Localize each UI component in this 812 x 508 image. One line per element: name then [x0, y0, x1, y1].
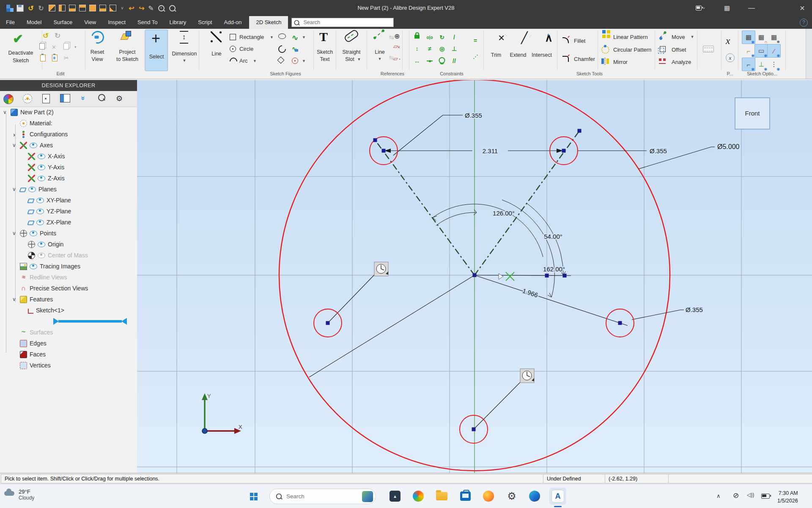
- layout-view-icon[interactable]: [60, 94, 70, 102]
- arc-icon[interactable]: [230, 58, 237, 65]
- explorer-settings-icon[interactable]: ⚙: [116, 94, 123, 103]
- visibility-eye-icon[interactable]: [38, 253, 45, 258]
- visibility-eye-icon[interactable]: [38, 154, 45, 159]
- store-app-icon[interactable]: [457, 488, 474, 505]
- copy-caret-icon[interactable]: ▾: [74, 45, 77, 49]
- construction-lines[interactable]: [375, 131, 579, 275]
- perpendicular-lines-constraint-icon[interactable]: ≠: [428, 45, 431, 52]
- menu-item-send-to[interactable]: Send To: [132, 16, 163, 29]
- vertical-constraint-icon[interactable]: ↕: [416, 45, 419, 52]
- visibility-eye-icon[interactable]: [38, 165, 45, 170]
- tree-item-origin[interactable]: Origin: [0, 239, 137, 250]
- tree-item-features[interactable]: ∨Features: [0, 294, 137, 305]
- tray-expand-icon[interactable]: ∧: [716, 493, 721, 499]
- sketch-insert-marker[interactable]: [0, 316, 137, 327]
- battery-icon[interactable]: [761, 494, 770, 499]
- tree-item-tracing-images[interactable]: Tracing Images: [0, 261, 137, 272]
- rectangle-label[interactable]: Rectangle: [239, 34, 264, 40]
- paste-icon[interactable]: [40, 55, 46, 61]
- parallel-constraint-icon[interactable]: //: [453, 58, 456, 64]
- view-orientation-badge[interactable]: Front: [735, 98, 770, 129]
- menu-item-library[interactable]: Library: [164, 16, 192, 29]
- menu-item-add-on[interactable]: Add-on: [218, 16, 248, 29]
- ellipse-icon[interactable]: [278, 33, 286, 39]
- help-icon[interactable]: ?: [800, 19, 808, 27]
- settings-app-icon[interactable]: ⚙: [503, 488, 520, 505]
- menu-item-file[interactable]: File: [0, 16, 21, 29]
- tree-item-planes[interactable]: ∨Planes: [0, 184, 137, 195]
- tab-2d-sketch[interactable]: 2D Sketch: [249, 16, 288, 29]
- file-explorer-icon[interactable]: [433, 488, 450, 505]
- tree-item-zx-plane[interactable]: ZX-Plane: [0, 217, 137, 228]
- start-button[interactable]: [245, 490, 262, 503]
- close-button[interactable]: ✕: [798, 3, 807, 13]
- visibility-eye-icon[interactable]: [28, 187, 36, 192]
- explorer-search-icon[interactable]: [98, 94, 105, 101]
- alibre-app-icon[interactable]: A: [549, 488, 566, 505]
- ribbon-search-input[interactable]: [302, 19, 384, 26]
- arc-caret-icon[interactable]: ▼: [253, 59, 257, 63]
- weather-icon[interactable]: [4, 491, 14, 496]
- show-sketch-planes-toggle[interactable]: ⌐◉: [742, 44, 755, 57]
- tree-item-new-part-2-[interactable]: ∨New Part (2): [0, 107, 137, 118]
- tree-item-configurations[interactable]: ›Configurations: [0, 129, 137, 140]
- expander-icon[interactable]: ∨: [11, 230, 17, 236]
- parameters-icon[interactable]: x: [726, 53, 735, 62]
- driven-dimension-icon[interactable]: [520, 369, 534, 383]
- copilot-app-icon[interactable]: [410, 488, 427, 505]
- snap-to-grid-toggle[interactable]: ▦∩: [755, 31, 768, 44]
- part-data-icon[interactable]: [42, 94, 50, 103]
- collinear-constraint-icon[interactable]: /: [453, 34, 455, 41]
- edge-app-icon[interactable]: [526, 488, 543, 505]
- tree-item-sketch-1-[interactable]: Sketch<1>: [0, 305, 137, 316]
- cut-icon[interactable]: ✂: [64, 55, 69, 61]
- expander-icon[interactable]: ∨: [11, 186, 17, 192]
- visibility-eye-icon[interactable]: [36, 220, 44, 225]
- show-sketch-regions-toggle[interactable]: ▭◉: [754, 44, 768, 58]
- ribbon-search-box[interactable]: [291, 18, 394, 27]
- volume-icon[interactable]: ◁)): [747, 492, 754, 498]
- visibility-eye-icon[interactable]: [30, 231, 37, 236]
- visibility-eye-icon[interactable]: [36, 198, 44, 203]
- normal-constraint-icon[interactable]: ⊥: [452, 45, 457, 52]
- menu-item-model[interactable]: Model: [21, 16, 47, 29]
- network-icon[interactable]: ⊘: [733, 491, 739, 500]
- tree-item-edges[interactable]: Edges: [0, 338, 137, 349]
- taskbar-search-box[interactable]: [269, 489, 376, 504]
- arc-label[interactable]: Arc: [239, 58, 248, 64]
- convert-spline-icon[interactable]: ∿: [292, 45, 298, 52]
- tangent-constraint-icon[interactable]: [439, 57, 445, 64]
- expander-icon[interactable]: ›: [11, 131, 17, 138]
- circle-label[interactable]: Circle: [239, 46, 253, 52]
- menu-item-inspect[interactable]: Inspect: [102, 16, 132, 29]
- firefox-app-icon[interactable]: [480, 488, 497, 505]
- reference-plane-icon[interactable]: ▱✕: [393, 44, 398, 49]
- tree-item-vertices[interactable]: Vertices: [0, 360, 137, 371]
- symmetric-constraint-icon[interactable]: o|o: [426, 35, 433, 40]
- select-to-paste-icon[interactable]: [39, 43, 45, 50]
- tree-item-x-axis[interactable]: X-Axis: [0, 151, 137, 162]
- midpoint-constraint-icon[interactable]: [427, 61, 433, 61]
- driven-dimension-icon[interactable]: [374, 262, 388, 276]
- menu-item-view[interactable]: View: [78, 16, 102, 29]
- rectangle-icon[interactable]: [230, 34, 236, 40]
- concentric-constraint-icon[interactable]: ◎: [439, 45, 444, 52]
- taskbar-search-input[interactable]: [285, 493, 351, 500]
- tree-item-xy-plane[interactable]: XY-Plane: [0, 195, 137, 206]
- visibility-eye-icon[interactable]: [30, 143, 37, 148]
- polygon-icon[interactable]: [278, 58, 283, 63]
- tree-item-points[interactable]: ∨Points: [0, 228, 137, 239]
- radial-lines[interactable]: [309, 271, 628, 429]
- paste-format-icon[interactable]: [52, 55, 58, 61]
- tree-item-precise-section-views[interactable]: ∩Precise Section Views: [0, 283, 137, 294]
- visibility-eye-icon[interactable]: [38, 242, 45, 247]
- sketch-canvas[interactable]: Ø.355 2.311 Ø.355 Ø5.000 126.00° 54.00° …: [137, 80, 812, 473]
- material-icon[interactable]: [23, 94, 32, 103]
- lock-constraint-icon[interactable]: [414, 35, 420, 39]
- visibility-eye-icon[interactable]: [36, 209, 44, 214]
- elliptical-arc-icon[interactable]: [278, 45, 286, 53]
- construction-circle-icon[interactable]: [292, 58, 298, 64]
- construction-caret-icon[interactable]: ▼: [302, 59, 306, 63]
- visibility-eye-icon[interactable]: [38, 176, 45, 181]
- visibility-eye-icon[interactable]: [30, 264, 37, 269]
